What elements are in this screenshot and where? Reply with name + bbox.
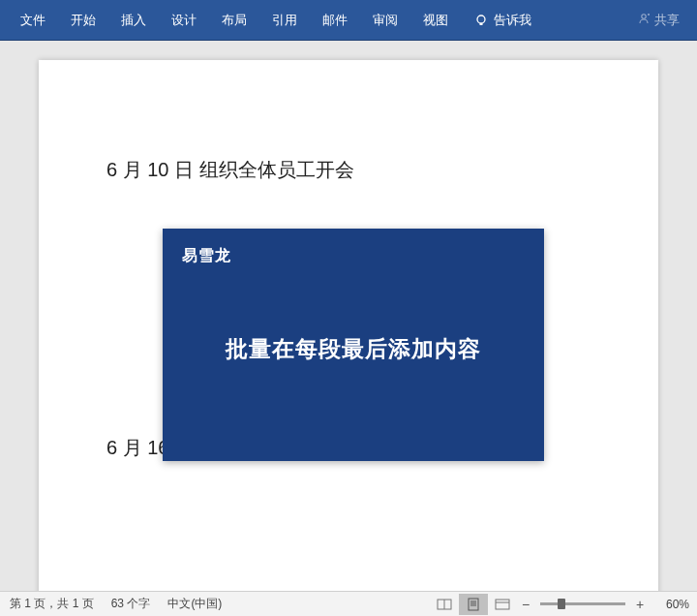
tab-layout[interactable]: 布局 [209, 0, 259, 41]
view-web-layout[interactable] [488, 594, 517, 615]
zoom-in-button[interactable]: + [631, 597, 649, 612]
overlay-title: 批量在每段最后添加内容 [182, 334, 525, 364]
zoom-out-button[interactable]: − [517, 597, 534, 612]
overlay-panel: 易雪龙 批量在每段最后添加内容 [163, 229, 544, 461]
svg-rect-7 [469, 599, 478, 610]
tab-view[interactable]: 视图 [410, 0, 461, 41]
svg-rect-11 [496, 600, 509, 609]
zoom-percent[interactable]: 60% [656, 598, 689, 611]
zoom-thumb[interactable] [558, 599, 565, 609]
tell-me-label: 告诉我 [494, 12, 531, 29]
tell-me[interactable]: 告诉我 [461, 0, 545, 41]
statusbar: 第 1 页，共 1 页 63 个字 中文(中国) − + 60% [0, 591, 697, 616]
svg-point-0 [477, 15, 485, 23]
lightbulb-icon [474, 14, 488, 27]
view-read-mode[interactable] [430, 594, 459, 615]
document-area[interactable]: 6 月 10 日 组织全体员工开会 6 月 16 日 买一套衣服 易雪龙 批量在… [0, 41, 697, 591]
ribbon: 文件 开始 插入 设计 布局 引用 邮件 审阅 视图 告诉我 共享 [0, 0, 697, 41]
status-words[interactable]: 63 个字 [111, 596, 151, 612]
tab-review[interactable]: 审阅 [360, 0, 410, 41]
tab-references[interactable]: 引用 [259, 0, 310, 41]
tab-home[interactable]: 开始 [58, 0, 108, 41]
tab-design[interactable]: 设计 [159, 0, 209, 41]
status-right: − + 60% [430, 594, 689, 615]
tab-file[interactable]: 文件 [8, 0, 58, 41]
ribbon-tabs: 文件 开始 插入 设计 布局 引用 邮件 审阅 视图 告诉我 [8, 0, 627, 41]
overlay-brand: 易雪龙 [182, 246, 525, 266]
status-left: 第 1 页，共 1 页 63 个字 中文(中国) [10, 596, 222, 612]
share-label: 共享 [654, 12, 680, 29]
svg-point-2 [642, 15, 646, 18]
zoom-slider[interactable] [540, 602, 625, 605]
tab-insert[interactable]: 插入 [108, 0, 159, 41]
status-page[interactable]: 第 1 页，共 1 页 [10, 596, 94, 612]
tab-mailings[interactable]: 邮件 [310, 0, 360, 41]
share-button[interactable]: 共享 [627, 12, 689, 29]
view-print-layout[interactable] [459, 594, 488, 615]
paragraph-1[interactable]: 6 月 10 日 组织全体员工开会 [106, 157, 591, 183]
status-language[interactable]: 中文(中国) [167, 596, 222, 612]
share-icon [637, 12, 651, 28]
svg-rect-1 [480, 23, 483, 25]
